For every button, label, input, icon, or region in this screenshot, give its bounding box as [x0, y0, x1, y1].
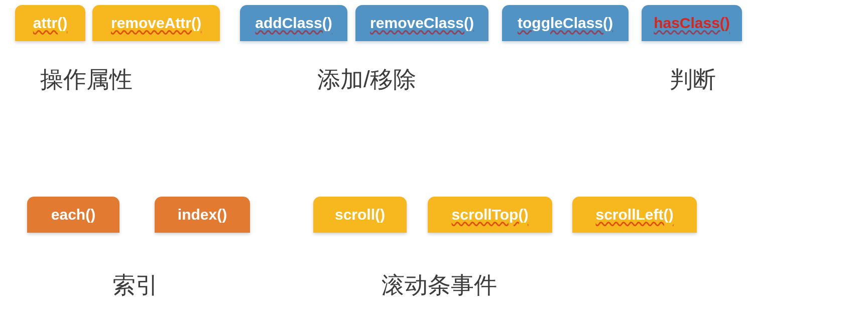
caption-addremove-pre: 添加 — [317, 67, 363, 92]
pill-each: each() — [27, 197, 119, 233]
caption-index: 索引 — [112, 270, 159, 301]
pill-toggleclass: toggleClass() — [502, 5, 629, 41]
pill-removeattr-label: removeAttr() — [111, 15, 201, 32]
pill-scroll-label: scroll() — [335, 206, 385, 223]
caption-addremove-post: 移除 — [370, 67, 416, 92]
pill-addclass: addClass() — [240, 5, 347, 41]
caption-addremove: 添加/移除 — [317, 64, 416, 95]
pill-index: index() — [155, 197, 250, 233]
pill-removeclass-label: removeClass() — [370, 15, 474, 32]
pill-attr-label: attr() — [33, 15, 67, 32]
pill-removeclass: removeClass() — [355, 5, 488, 41]
pill-scroll: scroll() — [313, 197, 407, 233]
caption-attrs: 操作属性 — [40, 64, 133, 95]
pill-scrollleft: scrollLeft() — [572, 197, 697, 233]
pill-toggleclass-label: toggleClass() — [518, 15, 613, 32]
caption-judge: 判断 — [670, 64, 716, 95]
pill-scrolltop-label: scrollTop() — [452, 206, 529, 223]
pill-index-label: index() — [178, 206, 227, 223]
pill-hasclass-label: hasClass() — [654, 15, 730, 32]
pill-hasclass: hasClass() — [642, 5, 742, 41]
pill-removeattr: removeAttr() — [92, 5, 220, 41]
caption-addremove-slash: / — [363, 66, 370, 92]
pill-scrolltop: scrollTop() — [428, 197, 552, 233]
pill-attr: attr() — [15, 5, 85, 41]
caption-scroll: 滚动条事件 — [382, 270, 497, 301]
pill-addclass-label: addClass() — [255, 15, 332, 32]
pill-each-label: each() — [51, 206, 95, 223]
pill-scrollleft-label: scrollLeft() — [595, 206, 673, 223]
